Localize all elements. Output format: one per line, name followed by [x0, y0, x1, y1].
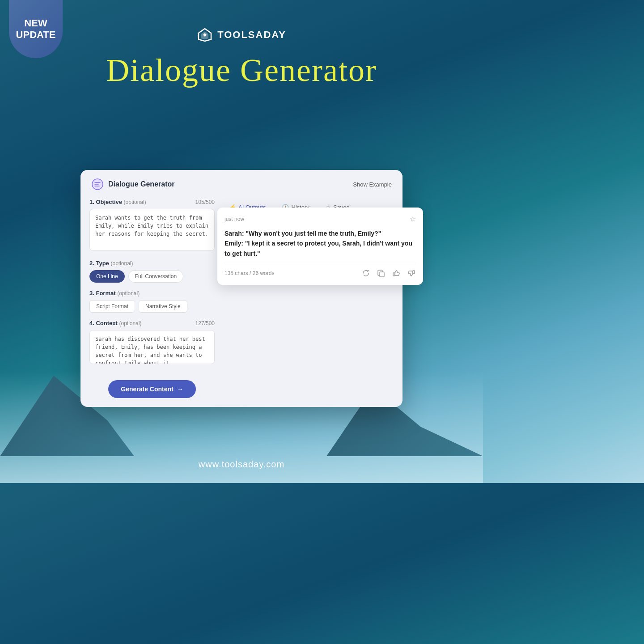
- svg-rect-4: [380, 272, 384, 277]
- output-line2: Emily: "I kept it a secret to protect yo…: [225, 238, 416, 258]
- badge-line1: NEW: [24, 17, 47, 29]
- type-optional: (optional): [110, 260, 133, 267]
- type-section: 2. Type (optional) One Line Full Convers…: [89, 260, 215, 283]
- format-label: 3. Format (optional): [89, 290, 215, 297]
- page-title: Dialogue Generator: [106, 52, 377, 89]
- toolsaday-logo-icon: [197, 27, 213, 43]
- left-panel: 1. Objective (optional) 105/500 Sarah wa…: [89, 199, 215, 398]
- format-optional: (optional): [117, 290, 140, 297]
- copy-icon[interactable]: [377, 269, 386, 278]
- new-update-badge: NEW UPDATE: [9, 0, 63, 58]
- panels-container: 1. Objective (optional) 105/500 Sarah wa…: [80, 199, 402, 407]
- thumbs-up-icon[interactable]: [392, 269, 401, 278]
- format-buttons: Script Format Narrative Style: [89, 300, 215, 313]
- output-line1: Sarah: "Why won't you just tell me the t…: [225, 229, 416, 238]
- objective-label: 1. Objective (optional) 105/500: [89, 199, 215, 205]
- arrow-icon: →: [177, 386, 183, 393]
- context-char-count: 127/500: [195, 320, 215, 326]
- type-label: 2. Type (optional): [89, 260, 215, 267]
- header-area: TOOLSADAY Dialogue Generator: [0, 0, 483, 89]
- app-icon: [91, 178, 104, 191]
- logo-area: TOOLSADAY: [197, 27, 286, 43]
- type-one-line-button[interactable]: One Line: [89, 270, 125, 283]
- timestamp-text: just now: [225, 216, 244, 222]
- type-title: 2. Type: [89, 260, 109, 267]
- output-card: just now ☆ Sarah: "Why won't you just te…: [217, 208, 423, 285]
- website-footer: www.toolsaday.com: [199, 459, 284, 470]
- generate-button-label: Generate Content: [121, 386, 173, 393]
- right-panel: ⚡ AI Outputs 🕐 History ☆ Saved just now …: [222, 199, 394, 398]
- svg-rect-5: [393, 273, 395, 276]
- output-text: Sarah: "Why won't you just tell me the t…: [225, 229, 416, 258]
- output-timestamp-area: just now ☆: [225, 215, 416, 223]
- objective-title: 1. Objective: [89, 199, 122, 205]
- context-section: 4. Context (optional) 127/500 Sarah has …: [89, 320, 215, 366]
- context-title: 4. Context: [89, 320, 118, 326]
- refresh-icon[interactable]: [361, 269, 370, 278]
- svg-rect-6: [413, 271, 415, 274]
- format-section: 3. Format (optional) Script Format Narra…: [89, 290, 215, 313]
- logo-text: TOOLSADAY: [217, 29, 286, 41]
- type-buttons: One Line Full Conversation: [89, 270, 215, 283]
- app-title: Dialogue Generator: [108, 180, 174, 188]
- format-script-button[interactable]: Script Format: [89, 300, 135, 313]
- app-container: Dialogue Generator Show Example 1. Objec…: [80, 170, 402, 407]
- save-star-icon[interactable]: ☆: [410, 215, 416, 223]
- objective-char-count: 105/500: [195, 199, 215, 205]
- objective-textarea[interactable]: Sarah wants to get the truth from Emily,…: [89, 209, 215, 251]
- objective-section: 1. Objective (optional) 105/500 Sarah wa…: [89, 199, 215, 253]
- stats-text: 135 chars / 26 words: [225, 270, 274, 276]
- type-full-conversation-button[interactable]: Full Conversation: [128, 270, 183, 283]
- output-footer: 135 chars / 26 words: [225, 264, 416, 278]
- context-textarea[interactable]: Sarah has discovered that her best frien…: [89, 330, 215, 364]
- footer-url: www.toolsaday.com: [199, 459, 284, 469]
- thumbs-down-icon[interactable]: [407, 269, 416, 278]
- context-label: 4. Context (optional) 127/500: [89, 320, 215, 326]
- objective-optional: (optional): [124, 199, 146, 205]
- format-narrative-button[interactable]: Narrative Style: [139, 300, 187, 313]
- badge-line2: UPDATE: [16, 29, 56, 41]
- context-optional: (optional): [119, 320, 141, 326]
- format-title: 3. Format: [89, 290, 116, 297]
- app-header: Dialogue Generator Show Example: [80, 170, 402, 199]
- generate-button[interactable]: Generate Content →: [108, 380, 195, 398]
- app-title-area: Dialogue Generator: [91, 178, 174, 191]
- action-icons: [361, 269, 416, 278]
- show-example-button[interactable]: Show Example: [353, 181, 392, 188]
